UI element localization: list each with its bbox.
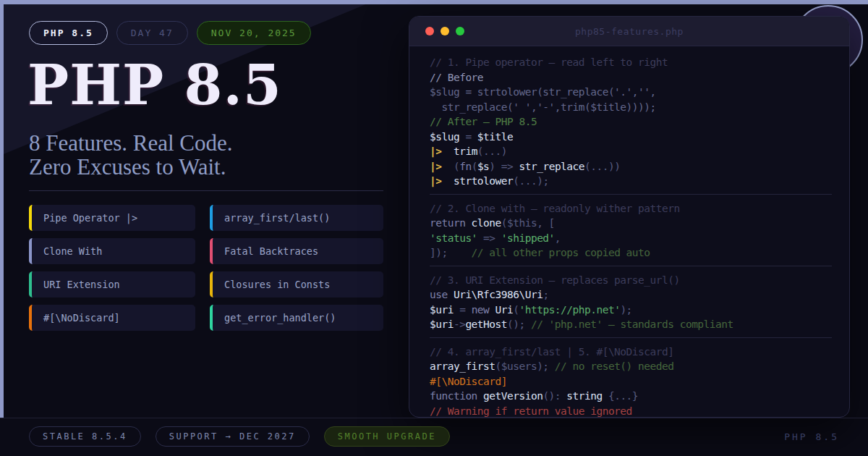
code-line: |> trim(...) [430,144,832,159]
code-editor-window: php85-features.php // 1. Pipe operator —… [409,16,850,418]
code-line: |> (fn($s) => str_replace(...)) [430,159,832,174]
code-line: $uri->getHost(); // 'php.net' — standard… [430,317,832,332]
code-line: function getVersion(): string {...} [430,389,832,404]
feature-item: #[\NoDiscard] [29,305,195,331]
editor-filename: php85-features.php [409,26,849,37]
feature-item: Closures in Consts [210,271,383,297]
footer-pill: STABLE 8.5.4 [29,426,141,447]
feature-item: Clone With [29,238,195,264]
code-line: ]); // all other props copied auto [430,245,832,261]
code-content: // 1. Pipe operator — read left to right… [409,46,849,418]
code-line: 'status' => 'shipped', [430,231,832,246]
code-line: #[\NoDiscard] [430,374,832,389]
subtitle-line-1: 8 Features. Real Code. [29,130,233,156]
code-line: array_first($users); // no reset() neede… [430,359,832,374]
footer-pill: SMOOTH UPGRADE [324,426,450,447]
code-section-divider [430,266,832,266]
code-line: $uri = new Uri('https://php.net'); [430,303,832,318]
code-line: return clone($this, [ [430,216,832,231]
feature-item: Fatal Backtraces [210,238,383,264]
page-title: PHP 8.5 [27,56,282,114]
feature-item: array_first/last() [210,205,383,231]
code-line: $slug = $title [430,130,832,145]
feature-item: URI Extension [29,271,195,297]
subtitle-line-2: Zero Excuses to Wait. [29,154,226,180]
feature-item: Pipe Operator |> [29,205,195,231]
header-badges: PHP 8.5DAY 47NOV 20, 2025 [29,21,311,45]
code-line: // Before [430,70,832,85]
frame-border-left [0,4,4,418]
code-section-divider [430,194,832,195]
header-badge: PHP 8.5 [29,21,108,45]
footer-pill: SUPPORT → DEC 2027 [156,426,310,447]
footer-brand: PHP 8.5 [784,431,839,442]
code-line: // 4. array_first/last | 5. #[\NoDiscard… [430,345,832,360]
footer-divider [0,418,868,418]
social-card: PHP 8.5DAY 47NOV 20, 2025 PHP 8.5 8 Feat… [0,0,868,456]
code-line: str_replace(' ','-',trim($title)))); [430,100,832,115]
code-line: // 1. Pipe operator — read left to right [430,55,832,70]
feature-list: Pipe Operator |>Clone WithURI Extension#… [29,205,383,331]
code-line: // 3. URI Extension — replaces parse_url… [430,273,832,288]
page-subtitle: 8 Features. Real Code. Zero Excuses to W… [29,131,233,179]
code-line: // After — PHP 8.5 [430,114,832,130]
footer-pills: STABLE 8.5.4SUPPORT → DEC 2027SMOOTH UPG… [29,426,450,447]
hero-divider [29,190,383,191]
code-line: // 2. Clone with — readonly wither patte… [430,201,832,216]
frame-border-top [0,0,868,4]
code-line: |> strtolower(...); [430,174,832,189]
code-line: $slug = strtolower(str_replace('.','', [430,85,832,100]
editor-titlebar: php85-features.php [409,17,849,46]
header-badge: NOV 20, 2025 [197,21,311,45]
code-section-divider [430,337,832,338]
feature-item: get_error_handler() [210,305,383,331]
code-line: use Uri\Rfc3986\Uri; [430,287,832,303]
header-badge: DAY 47 [116,21,188,45]
code-line: // Warning if return value ignored [430,404,832,418]
